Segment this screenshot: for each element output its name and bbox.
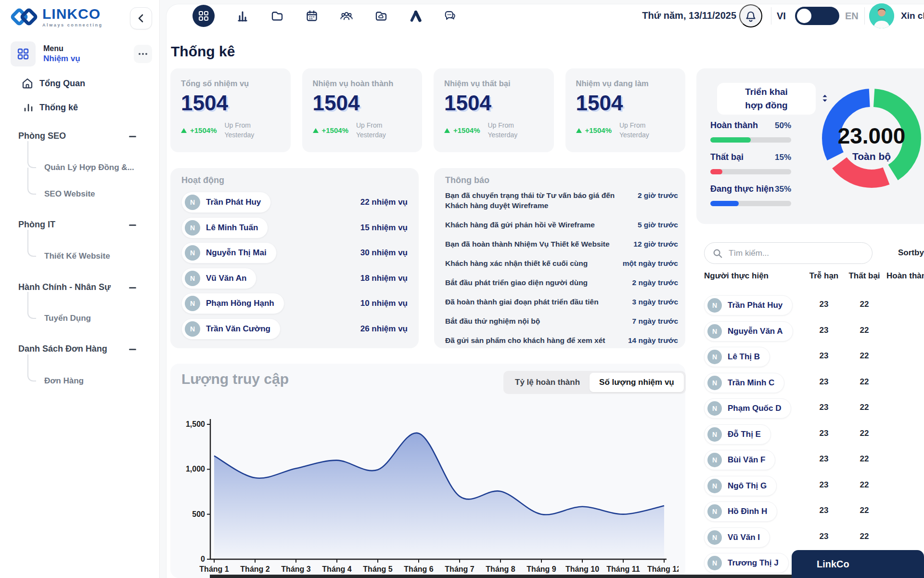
menu-label: Menu (43, 44, 134, 53)
tree-connector (27, 355, 36, 381)
notification-row[interactable]: Bắt đầu thử nghiệm nội bộ 7 ngày trước (445, 316, 678, 326)
notification-row[interactable]: Đã gửi sản phẩm cho khách hàng để xem xé… (445, 335, 678, 345)
collapse-minus-icon[interactable] (129, 349, 136, 350)
progress-track (710, 201, 791, 206)
cloud-folder-icon[interactable] (374, 9, 388, 23)
person-chip[interactable]: N Nguyễn Văn A (704, 321, 793, 342)
person-chip[interactable]: N Bùi Văn F (704, 450, 775, 470)
svg-text:Tháng 2: Tháng 2 (240, 565, 270, 573)
person-chip[interactable]: N Trần Văn Cường (181, 318, 281, 340)
lang-label-vi: VI (777, 11, 786, 22)
svg-text:Tháng 1: Tháng 1 (199, 565, 229, 573)
chat-icon[interactable] (444, 9, 457, 23)
table-row: N Nguyễn Văn A 23 22 (704, 319, 924, 345)
notification-time: một ngày trước (623, 258, 678, 268)
sidebar-item-thiet-ke-website[interactable]: Thiết Kế Website (18, 249, 149, 264)
menu-more-button[interactable] (134, 45, 152, 63)
chart-mode-toggle: Tỷ lệ hoàn thành Số lượng nhiệm vụ (503, 371, 686, 394)
collapse-minus-icon[interactable] (129, 287, 136, 289)
person-chip[interactable]: N Trần Phát Huy (181, 192, 271, 213)
toggle-task-count[interactable]: Số lượng nhiệm vụ (590, 373, 684, 392)
sidebar-group-phong-it[interactable]: Phòng IT (0, 218, 160, 233)
donut-caption: Toàn bộ (819, 151, 924, 162)
progress-fill (710, 137, 751, 143)
bar-chart-icon[interactable] (236, 9, 249, 23)
stat-delta: +1504% (585, 126, 612, 134)
person-chip[interactable]: N Vũ Văn An (181, 268, 257, 289)
sidebar-item-seo-website[interactable]: SEO Website (18, 187, 149, 202)
avatar: N (707, 427, 722, 442)
person-chip[interactable]: N Trương Thị J (704, 553, 789, 573)
person-chip[interactable]: N Ngô Thị G (704, 476, 777, 496)
page-title: Thống kê (171, 43, 235, 60)
a-brand-icon[interactable] (409, 9, 423, 23)
svg-text:Tháng 10: Tháng 10 (565, 565, 599, 573)
folder-icon[interactable] (270, 9, 284, 23)
person-name: Vũ Văn I (728, 533, 760, 542)
person-name: Nguyễn Thị Mai (206, 248, 267, 258)
sidebar-group-danh-sach-don-hang[interactable]: Danh Sách Đơn Hàng (0, 342, 160, 357)
stat-note: Up From Yesterday (224, 121, 268, 140)
notification-row[interactable]: Bắt đầu phát triển giao diện người dùng … (445, 277, 678, 288)
notification-time: 5 giờ trước (638, 220, 678, 230)
donut-chart: 23.000 Toàn bộ (819, 85, 924, 191)
bell-icon (744, 9, 757, 23)
svg-text:Tháng 4: Tháng 4 (322, 565, 351, 573)
notification-row[interactable]: Bạn đã hoàn thành Nhiệm Vụ Thiết kế Webs… (445, 239, 678, 249)
sidebar-group-phong-seo[interactable]: Phòng SEO (0, 129, 160, 144)
task-count: 10 nhiệm vụ (360, 299, 408, 308)
notifications-bell-button[interactable] (739, 4, 762, 27)
col-header-done: Hoàn thành (886, 271, 924, 281)
person-chip[interactable]: N Trần Minh C (704, 373, 784, 393)
stat-delta: +1504% (190, 126, 217, 134)
person-chip[interactable]: N Đỗ Thị E (704, 424, 771, 445)
sidebar-item-thong-ke[interactable]: Thống kê (0, 99, 160, 116)
late-count: 23 (805, 480, 843, 490)
deploy-selector[interactable]: Triển khai hợp đồng (717, 83, 816, 115)
deploy-contract-panel: Triển khai hợp đồng Hoàn thành 50% Thất … (696, 68, 924, 224)
notification-row[interactable]: Đã hoàn thành giai đoạn phát triển đầu t… (445, 297, 678, 307)
person-chip[interactable]: N Lê Minh Tuấn (181, 217, 268, 238)
sidebar-item-tong-quan[interactable]: Tổng Quan (0, 75, 160, 92)
grid-icon[interactable] (192, 5, 215, 27)
failed-count: 22 (845, 351, 884, 361)
stats-bars-icon (23, 102, 34, 113)
notification-row[interactable]: Khách hàng xác nhận thiết kế cuối cùng m… (445, 258, 678, 268)
notification-row[interactable]: Khách hàng đã gửi phản hồi về Wireframe … (445, 220, 678, 230)
collapse-minus-icon[interactable] (129, 136, 136, 137)
area-chart: 05001,0001,500Tháng 1Tháng 2Tháng 3Tháng… (178, 410, 679, 578)
sidebar-menu-header[interactable]: Menu Nhiệm vụ (11, 41, 152, 66)
person-chip[interactable]: N Phạm Hồng Hạnh (181, 293, 284, 314)
avatar: N (185, 245, 200, 261)
person-chip[interactable]: N Phạm Quốc D (704, 398, 791, 419)
activity-row: N Trần Phát Huy 22 nhiệm vụ (181, 192, 408, 213)
notification-row[interactable]: Bạn đã chuyển trạng thái từ Tư vấn báo g… (445, 190, 678, 210)
person-chip[interactable]: N Hồ Đình H (704, 501, 777, 522)
sidebar-item-tuyen-dung[interactable]: Tuyển Dụng (18, 311, 149, 327)
person-chip[interactable]: N Trần Phát Huy (704, 295, 793, 315)
activity-row: N Phạm Hồng Hạnh 10 nhiệm vụ (181, 293, 408, 314)
language-toggle[interactable] (795, 7, 839, 25)
avatar: N (707, 401, 722, 416)
calendar-icon[interactable] (305, 9, 319, 23)
sortby-control[interactable]: Sortby (898, 248, 924, 258)
toggle-completion-rate[interactable]: Tỷ lệ hoàn thành (505, 373, 590, 392)
person-chip[interactable]: N Vũ Văn I (704, 527, 770, 548)
collapse-minus-icon[interactable] (129, 224, 136, 226)
person-chip[interactable]: N Lê Thị B (704, 347, 770, 367)
users-icon[interactable] (340, 9, 353, 23)
sidebar-group-hanh-chinh-nhan-su[interactable]: Hành Chính - Nhân Sự (0, 280, 160, 296)
stat-label: Tổng số nhiệm vụ (181, 79, 280, 88)
traffic-title: Lượng truy cập (181, 371, 289, 387)
table-row: N Vũ Văn I 23 22 (704, 525, 924, 551)
sidebar-collapse-button[interactable] (130, 7, 152, 29)
linkco-taskbar-badge[interactable]: LinkCo (792, 550, 924, 578)
avatar: N (707, 504, 722, 519)
search-input[interactable] (729, 249, 865, 258)
person-chip[interactable]: N Nguyễn Thị Mai (181, 242, 277, 263)
sidebar-item-quan-ly-hop-dong[interactable]: Quản Lý Hợp Đồng &... (18, 160, 149, 176)
user-avatar[interactable] (869, 3, 894, 28)
sidebar-item-don-hang[interactable]: Đơn Hàng (18, 374, 149, 389)
svg-text:0: 0 (201, 555, 205, 563)
person-name: Nguyễn Văn A (728, 327, 783, 336)
